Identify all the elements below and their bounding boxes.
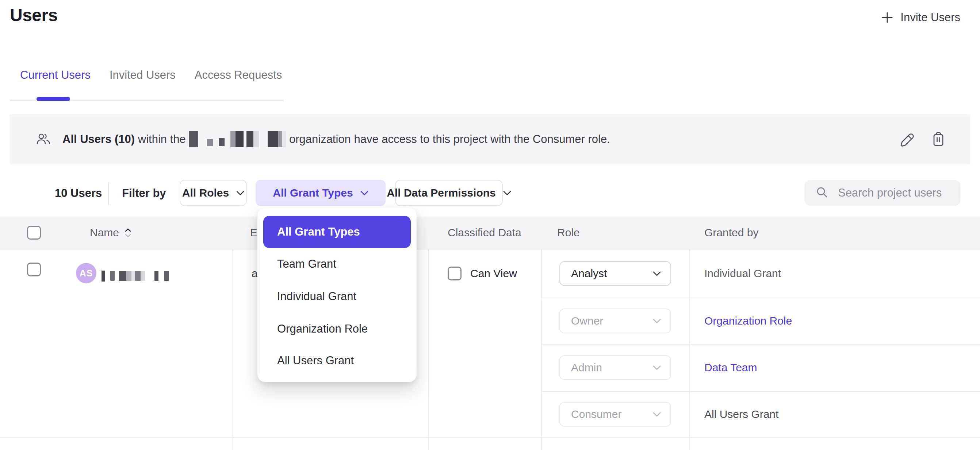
menu-item-organization-role[interactable]: Organization Role: [277, 321, 368, 337]
redacted-organization-name: [189, 131, 286, 147]
chevron-down-icon: [653, 319, 661, 323]
search-project-users-box: [804, 180, 961, 206]
all-grant-types-filter-button[interactable]: All Grant Types: [256, 180, 386, 206]
all-roles-filter-button[interactable]: All Roles: [180, 180, 247, 206]
role-select-consumer: Consumer: [559, 402, 671, 427]
row-divider: [541, 391, 980, 392]
all-users-banner: All Users (10) within the organization h…: [10, 114, 970, 165]
search-icon: [815, 185, 829, 200]
row-divider: [541, 344, 980, 345]
chevron-down-icon: [503, 191, 511, 195]
active-tab-indicator: [37, 97, 70, 101]
column-divider: [541, 249, 542, 450]
column-header-granted-by[interactable]: Granted by: [704, 217, 758, 249]
page-title: Users: [10, 5, 58, 25]
role-select-owner: Owner: [559, 309, 671, 333]
edit-pencil-icon[interactable]: [899, 131, 915, 148]
delete-trash-icon[interactable]: [930, 131, 947, 148]
users-group-icon: [36, 132, 51, 146]
can-view-checkbox[interactable]: [448, 266, 461, 280]
table-header: Name Email Classified Data Role Granted …: [0, 217, 980, 249]
users-page: Users Invite Users Current Users Invited…: [0, 0, 980, 450]
redacted-user-name: [102, 271, 169, 282]
banner-text: All Users (10) within the organization h…: [62, 131, 610, 147]
granted-by-individual-grant: Individual Grant: [704, 261, 781, 286]
tab-invited-users[interactable]: Invited Users: [110, 68, 176, 82]
granted-by-all-users-grant: All Users Grant: [704, 402, 778, 427]
column-header-name[interactable]: Name: [90, 217, 131, 249]
select-all-checkbox[interactable]: [27, 226, 41, 239]
filter-divider: [108, 182, 109, 205]
column-divider: [428, 249, 429, 450]
chevron-down-icon: [653, 365, 661, 370]
menu-item-team-grant[interactable]: Team Grant: [277, 256, 336, 272]
row-divider: [0, 437, 980, 437]
chevron-down-icon: [236, 191, 244, 195]
menu-item-all-grant-types[interactable]: All Grant Types: [263, 216, 411, 248]
column-header-role[interactable]: Role: [557, 217, 580, 249]
tab-bar: Current Users Invited Users Access Reque…: [20, 68, 282, 82]
user-count: 10 Users: [55, 187, 102, 200]
grant-types-dropdown-menu: All Grant Types Team Grant Individual Gr…: [258, 208, 417, 382]
plus-icon: [881, 11, 894, 24]
granted-by-organization-role-link[interactable]: Organization Role: [704, 309, 792, 333]
chevron-down-icon: [653, 412, 661, 417]
column-divider: [232, 249, 232, 450]
column-header-classified-data[interactable]: Classified Data: [448, 217, 522, 249]
row-divider: [541, 298, 980, 298]
all-data-permissions-filter-button[interactable]: All Data Permissions: [395, 180, 503, 206]
classified-data-cell: Can View: [448, 249, 517, 298]
role-select-analyst[interactable]: Analyst: [559, 261, 671, 286]
chevron-down-icon: [360, 191, 368, 195]
sort-icon: [125, 228, 131, 238]
tab-access-requests[interactable]: Access Requests: [195, 68, 282, 82]
filter-by-label: Filter by: [122, 187, 166, 200]
row-checkbox[interactable]: [27, 263, 41, 276]
column-divider: [689, 249, 690, 450]
granted-by-data-team-link[interactable]: Data Team: [704, 355, 757, 380]
role-select-admin: Admin: [559, 355, 671, 380]
chevron-down-icon: [653, 271, 661, 276]
can-view-label: Can View: [470, 267, 517, 280]
tab-current-users[interactable]: Current Users: [20, 68, 91, 82]
search-input[interactable]: [837, 186, 956, 200]
menu-item-individual-grant[interactable]: Individual Grant: [277, 288, 356, 304]
invite-users-label: Invite Users: [900, 11, 960, 24]
menu-item-all-users-grant[interactable]: All Users Grant: [277, 353, 354, 369]
invite-users-button[interactable]: Invite Users: [881, 11, 960, 24]
banner-bold-text: All Users (10): [62, 133, 135, 146]
avatar: AS: [76, 263, 96, 284]
user-email: a: [251, 249, 258, 298]
